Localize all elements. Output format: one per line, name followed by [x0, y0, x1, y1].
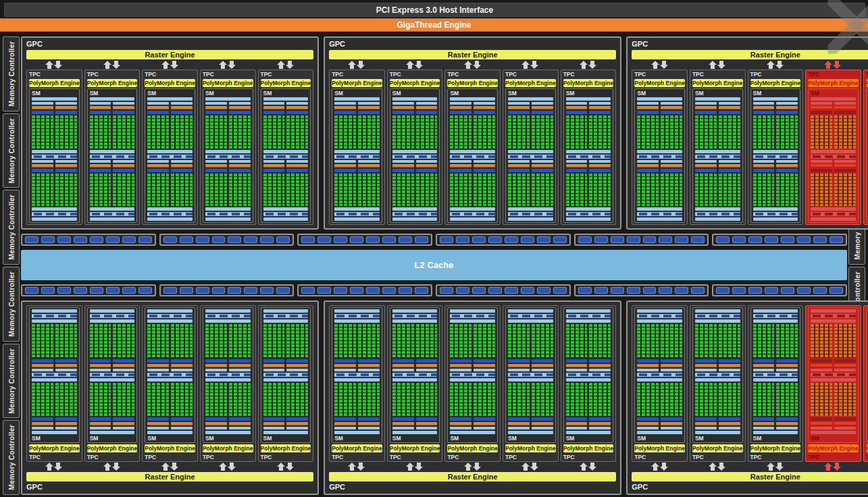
texture-units-row	[263, 212, 309, 216]
cuda-core-grid	[753, 115, 775, 149]
sm-quadrant-row	[811, 160, 856, 207]
instruction-cache-bar	[753, 431, 798, 434]
register-file-bar	[358, 417, 380, 421]
memory-interface-segment	[260, 287, 274, 294]
shared-memory-bar	[32, 217, 77, 221]
memory-interface-segment	[180, 236, 193, 243]
sm-processing-block	[753, 383, 775, 430]
cuda-core-grid	[834, 324, 856, 358]
sm-quadrant-row	[695, 160, 740, 207]
instruction-buffer-bar	[589, 427, 611, 429]
load-store-units-row	[90, 155, 135, 159]
warp-scheduler-bar	[589, 106, 611, 109]
sm-processing-block	[205, 102, 227, 149]
instruction-buffer-bar	[776, 160, 798, 163]
cuda-core-grid	[637, 383, 659, 417]
register-file-bar	[589, 359, 611, 363]
cuda-core-grid	[776, 174, 798, 207]
cuda-core-grid	[637, 174, 659, 207]
texture-cache-bar	[695, 207, 740, 211]
sm-quadrant-row	[637, 102, 682, 149]
sm-processing-block	[474, 324, 495, 371]
instruction-buffer-bar	[392, 102, 414, 105]
shared-memory-bar	[566, 217, 611, 221]
texture-units-row	[392, 314, 438, 318]
cuda-core-grid	[661, 324, 682, 358]
register-file-bar	[229, 169, 251, 172]
memory-interface-segment	[122, 236, 136, 243]
gigathread-engine-bar: GigaThread Engine	[0, 18, 868, 32]
memory-interface-row-bottom	[21, 284, 847, 296]
updown-arrows-icon	[200, 463, 256, 471]
instruction-buffer-bar	[205, 102, 227, 105]
shared-cache-bar	[508, 378, 553, 382]
tpc-row: TPCPolyMorph EngineSMTPCPolyMorph Engine…	[632, 61, 868, 225]
warp-scheduler-bar	[229, 422, 251, 425]
register-file-bar	[147, 359, 169, 363]
sm-processing-block	[508, 383, 530, 430]
texture-units-row	[637, 314, 682, 318]
instruction-cache-bar	[334, 431, 380, 434]
cuda-core-grid	[392, 174, 414, 207]
warp-scheduler-bar	[589, 164, 611, 167]
warp-scheduler-bar	[508, 164, 530, 167]
sm-processing-block	[834, 383, 856, 430]
sm-block: SM	[447, 307, 498, 443]
register-file-bar	[589, 111, 611, 114]
sm-quadrant-row	[450, 160, 495, 207]
memory-interface-segment	[212, 287, 226, 294]
instruction-buffer-bar	[834, 427, 856, 429]
sm-processing-block	[508, 324, 530, 371]
polymorph-engine-bar: PolyMorph Engine	[447, 444, 498, 452]
tpc-block: TPCPolyMorph EngineSM	[387, 70, 443, 225]
sm-stack	[263, 97, 309, 221]
texture-units-row	[753, 212, 798, 216]
memory-interface-segment	[90, 287, 103, 294]
tpc-label: TPC	[505, 71, 556, 78]
tpc-label: TPC	[145, 71, 195, 78]
sm-quadrant-row	[392, 383, 438, 430]
tpc-block: TPCPolyMorph EngineSM	[142, 70, 198, 225]
sm-processing-block	[661, 160, 682, 207]
shared-memory-bar	[508, 217, 553, 221]
cuda-core-grid	[811, 383, 832, 417]
polymorph-engine-bar: PolyMorph Engine	[390, 79, 440, 87]
warp-scheduler-bar	[147, 164, 169, 167]
instruction-buffer-bar	[113, 102, 134, 105]
load-store-units-row	[753, 155, 798, 159]
cuda-core-grid	[263, 324, 285, 358]
tpc-block: TPCPolyMorph EngineSM	[863, 70, 868, 225]
warp-scheduler-bar	[508, 422, 530, 425]
instruction-buffer-bar	[229, 102, 251, 105]
warp-scheduler-bar	[566, 164, 588, 167]
memory-interface-segment	[276, 287, 290, 294]
memory-interface-segment	[691, 287, 705, 294]
register-file-bar	[776, 417, 798, 421]
tpc-column: TPCPolyMorph EngineSM	[329, 61, 385, 225]
instruction-buffer-bar	[358, 369, 380, 371]
sm-processing-block	[334, 324, 356, 371]
sm-processing-block	[661, 102, 682, 149]
sm-processing-block	[719, 102, 740, 149]
texture-cache-bar	[811, 207, 856, 211]
warp-scheduler-bar	[416, 422, 438, 425]
cuda-core-grid	[334, 383, 356, 417]
cuda-core-grid	[392, 383, 414, 417]
sm-stack	[147, 97, 193, 221]
load-store-units-row	[508, 373, 553, 377]
sm-block: SM	[692, 88, 743, 223]
cuda-core-grid	[719, 174, 740, 207]
cuda-core-grid	[229, 383, 251, 417]
warp-scheduler-bar	[661, 422, 682, 425]
sm-quadrant-row	[334, 102, 380, 149]
texture-cache-bar	[753, 319, 798, 323]
polymorph-engine-bar: PolyMorph Engine	[808, 79, 859, 87]
sm-processing-block	[637, 102, 659, 149]
warp-scheduler-bar	[171, 164, 193, 167]
sm-block: SM	[87, 307, 138, 443]
memory-controller-label: Memory Controller	[7, 425, 16, 490]
warp-scheduler-bar	[55, 364, 77, 367]
register-file-bar	[205, 111, 227, 114]
tpc-block: TPCPolyMorph EngineSM	[863, 305, 868, 462]
sm-processing-block	[358, 102, 380, 149]
